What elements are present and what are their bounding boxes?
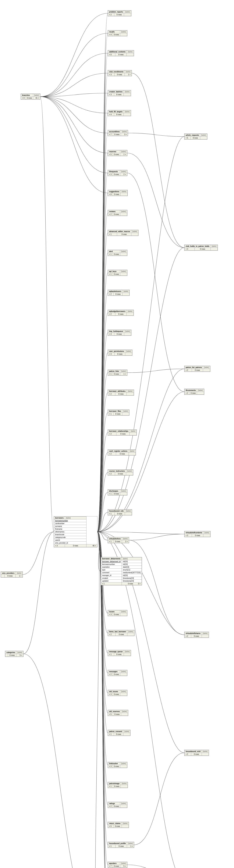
table-cash_register_actions[interactable]: cash_register_actions[table]< 20 rows [108,450,136,455]
table-ratings[interactable]: ratings[table]< 20 rows [108,802,127,808]
table-return_claims[interactable]: return_claims[table]< 50 rows [108,822,129,828]
table-title: categories [5,651,16,654]
table-type: [table] [130,430,136,433]
row-count: 0 rows [113,173,120,176]
row-count: 0 rows [113,805,120,808]
table-course_instructors[interactable]: course_instructors[table]< 20 rows [108,470,133,475]
table-additional_contents[interactable]: additional_contents[table]< 00 rows [108,50,134,56]
table-suggestions[interactable]: suggestions[table]< 80 rows [108,190,128,196]
table-borrowers[interactable]: borrowers[table]borrowernumbercardnumber… [54,517,97,547]
column: userid [54,539,86,541]
table-patron_consent[interactable]: patron_consent[table]< 10 rows [108,730,130,736]
table-linktracker[interactable]: linktracker[table]< 30 rows [108,762,127,768]
column: categorycode [54,536,86,539]
table-title: club_holds_to_patron_holds [185,245,211,248]
row-count: 0 rows [114,333,124,336]
table-title: items_last_borrower [108,630,127,633]
table-type: [table] [121,710,128,713]
table-accountlines[interactable]: accountlines[table]< 70 rows3 > [108,130,128,136]
parents-in: < 3 [108,93,114,96]
table-discharges[interactable]: discharges[table]< 10 rows [108,490,127,495]
table-title: recalls [108,31,120,33]
parents-in: < 3 [108,765,113,768]
table-type: [table] [124,111,131,113]
column: updated [101,580,122,582]
table-housebound_visit[interactable]: housebound_visit[table]< 20 rows [184,750,209,756]
row-count: 0 rows [113,825,122,828]
table-issues[interactable]: issues[table]< 30 rows [108,610,127,616]
table-message_queue[interactable]: message_queue[table]< 10 rows [108,650,131,656]
table-reviews[interactable]: reviews[table]< 20 rows [108,210,127,216]
row-count: 0 rows [113,153,120,156]
table-type: [table] [120,270,127,273]
children-out [120,613,127,616]
row-count: 0 rows [113,713,121,716]
table-patron_list_patrons[interactable]: patron_list_patrons[table]< 20 rows [184,366,210,372]
children-out: 1 > [120,373,127,375]
column: borrowernumber [54,519,86,522]
parents-in: < 3 [185,248,195,250]
table-article_requests[interactable]: article_requests[table]< 50 rows [184,134,207,140]
table-title: borrower_attributes [108,390,127,393]
table-creator_batches[interactable]: creator_batches[table]< 30 rows [108,90,131,96]
table-type: [table] [65,517,86,519]
table-title: cash_register_actions [108,450,129,453]
table-branches[interactable]: branches[table]< 00 rows41 > [21,94,40,99]
row-count: 0 rows [113,673,120,676]
children-out: 2 > [120,173,127,176]
row-count: 0 rows [114,73,125,76]
table-illrequests[interactable]: illrequests[table]< 30 rows2 > [108,170,127,176]
table-virtualshelfcontents[interactable]: virtualshelfcontents[table]< 30 rows [184,531,210,537]
table-tmp_holdsqueue[interactable]: tmp_holdsqueue[table]< 30 rows [108,330,131,336]
table-club_enrollments[interactable]: club_enrollments[table]< 30 rows1 > [108,70,132,76]
children-out [127,633,134,636]
table-patron_lists[interactable]: patron_lists[table]< 10 rows1 > [108,370,127,375]
table-alert[interactable]: alert[table]< 10 rows [108,250,127,256]
table-housebound_profile[interactable]: housebound_profile[table]< 10 rows1 > [108,842,134,848]
table-sms_providers[interactable]: sms_providers[table]0 rows1 > [1,572,23,578]
row-count: 0 rows [113,213,120,216]
table-recalls[interactable]: recalls[table]< 40 rows [108,30,127,36]
table-club_holds_to_patron_holds[interactable]: club_holds_to_patron_holds[table]< 30 ro… [184,245,218,250]
table-items_last_borrower[interactable]: items_last_borrower[table]< 20 rows [108,630,134,636]
table-borrower_relationships[interactable]: borrower_relationships[table]< 20 rows [108,430,136,435]
table-aqbasketusers[interactable]: aqbasketusers[table]< 20 rows [108,290,129,296]
table-categories[interactable]: categories[table]0 rows5 > [5,651,23,657]
row-count: 0 rows [114,93,124,96]
children-out [202,635,209,638]
table-virtualshelves[interactable]: virtualshelves[table]< 10 rows2 > [108,537,129,543]
table-title: return_claims [108,822,122,825]
column-type: date[10] [122,566,142,568]
table-patronimage[interactable]: patronimage[table]< 10 rows [108,782,128,788]
parents-in: < 7 [108,865,113,868]
table-title: borrower_relationships [108,430,130,433]
table-advanced_editor_macros[interactable]: advanced_editor_macros[table]< 10 rows [108,230,138,236]
children-out: 0 > [138,583,140,585]
table-title: patron_lists [108,370,120,373]
table-borrower_debarments[interactable]: borrower_debarments[table]borrower_debar… [101,557,142,585]
table-messages[interactable]: messages[table]< 20 rows [108,670,127,676]
children-out [122,413,129,415]
parents-in: < 5 [185,136,191,140]
table-borrower_attributes[interactable]: borrower_attributes[table]< 20 rows [108,390,134,396]
row-count: 0 rows [113,273,120,276]
parents-in: < 2 [108,453,116,455]
table-title: suggestions [108,190,121,193]
table-aqorders[interactable]: aqorders[table]< 70 rows5 > [108,862,127,868]
table-title: tmp_holdsqueue [108,330,124,333]
table-old_reserves[interactable]: old_reserves[table]< 50 rows [108,710,128,716]
table-reserves[interactable]: reserves[table]< 50 rows1 > [108,150,127,156]
table-api_keys[interactable]: api_keys[table]< 10 rows [108,270,127,276]
row-count: 0 rows [192,369,203,372]
table-user_permissions[interactable]: user_permissions[table]< 30 rows [108,350,132,355]
table-aqbudgetborrowers[interactable]: aqbudgetborrowers[table]< 20 rows [108,310,134,316]
table-housebound_role[interactable]: housebound_role[table]< 10 rows [108,509,132,515]
table-problem_reports[interactable]: problem_reports[table]< 20 rows [108,10,131,16]
table-old_issues[interactable]: old_issues[table]< 30 rows [108,690,127,696]
parents-in: < 1 [108,513,115,515]
table-type: [table] [127,51,134,53]
table-borrower_files[interactable]: borrower_files[table]< 10 rows [108,410,129,415]
table-illcomments[interactable]: illcomments[table]< 20 rows [184,389,204,395]
table-virtualshelfshares[interactable]: virtualshelfshares[table]< 20 rows [184,632,209,638]
table-hold_fill_targets[interactable]: hold_fill_targets[table]< 40 rows [108,110,131,116]
